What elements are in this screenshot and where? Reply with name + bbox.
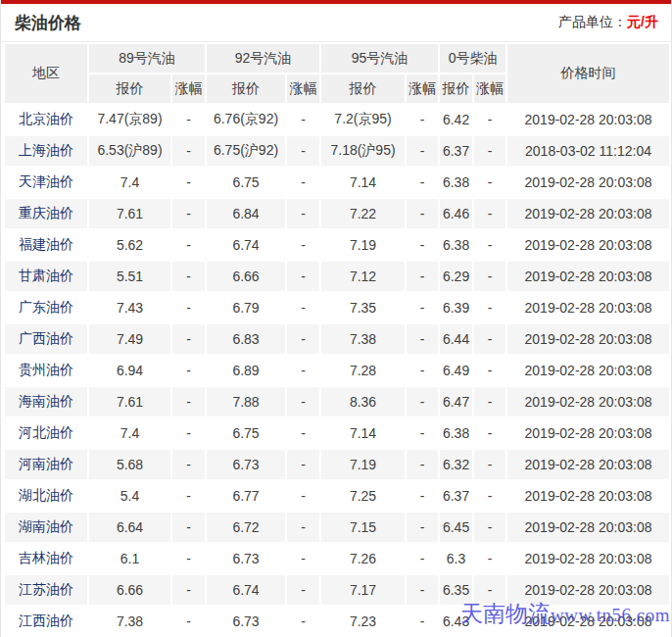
time-cell: 2019-02-28 20:03:08 (507, 105, 669, 134)
price-cell: 7.26 (321, 544, 405, 573)
price-cell: 7.22 (321, 199, 405, 228)
region-cell: 甘肃油价 (5, 262, 87, 291)
region-link[interactable]: 河北油价 (19, 424, 73, 440)
region-link[interactable]: 湖北油价 (19, 487, 73, 503)
table-row: 甘肃油价5.51-6.66-7.12-6.29-2019-02-28 20:03… (5, 262, 669, 291)
change-cell: - (474, 199, 505, 228)
price-cell: 5.51 (89, 262, 170, 291)
subheader-change-0: 涨幅 (474, 74, 505, 103)
change-cell: - (172, 481, 205, 511)
price-cell: 6.79 (207, 293, 285, 322)
change-cell: - (474, 293, 505, 322)
price-cell: 6.66 (89, 575, 170, 605)
time-cell: 2019-02-28 20:03:08 (507, 199, 669, 228)
change-cell: - (287, 575, 319, 605)
region-link[interactable]: 重庆油价 (19, 205, 73, 220)
time-cell: 2019-02-28 20:03:08 (507, 544, 669, 573)
region-cell: 天津油价 (5, 168, 87, 197)
price-cell: 7.61 (89, 199, 170, 228)
price-cell: 6.29 (440, 262, 472, 291)
table-header: 地区 89号汽油 92号汽油 95号汽油 0号柴油 价格时间 报价 涨幅 报价 … (5, 44, 669, 103)
region-link[interactable]: 河南油价 (19, 456, 73, 471)
region-link[interactable]: 天津油价 (19, 173, 73, 189)
change-cell: - (407, 418, 438, 448)
price-cell: 6.75 (207, 168, 285, 197)
change-cell: - (407, 387, 438, 416)
change-cell: - (474, 450, 505, 479)
region-link[interactable]: 广东油价 (19, 299, 73, 315)
change-cell: - (407, 230, 438, 260)
region-link[interactable]: 广西油价 (19, 330, 73, 346)
header-fuel-95: 95号汽油 (321, 44, 438, 73)
page-container: 柴油价格 产品单位：元/升 地区 89号汽油 92号汽油 95号汽油 0号柴油 … (0, 0, 672, 637)
change-cell: - (287, 293, 319, 322)
price-cell: 6.32 (440, 450, 472, 479)
price-cell: 5.62 (89, 230, 170, 260)
subheader-price-89: 报价 (89, 74, 170, 103)
change-cell: - (407, 293, 438, 322)
price-cell: 6.38 (440, 418, 472, 448)
subheader-price-0: 报价 (440, 74, 472, 103)
region-link[interactable]: 海南油价 (19, 393, 73, 409)
price-cell: 7.61 (89, 387, 170, 416)
change-cell: - (172, 418, 205, 448)
product-unit-value: 元/升 (627, 14, 658, 29)
region-cell: 北京油价 (5, 105, 87, 134)
change-cell: - (287, 544, 319, 573)
price-cell: 6.83 (207, 324, 285, 354)
change-cell: - (474, 418, 505, 448)
region-link[interactable]: 江苏油价 (19, 581, 73, 597)
price-cell: 7.38 (89, 607, 170, 636)
region-cell: 福建油价 (5, 230, 87, 260)
region-link[interactable]: 甘肃油价 (19, 268, 73, 283)
subheader-price-92: 报价 (207, 74, 285, 103)
region-link[interactable]: 湖南油价 (19, 518, 73, 534)
subheader-change-92: 涨幅 (287, 74, 319, 103)
price-cell: 6.94 (89, 356, 170, 385)
price-cell: 6.73 (207, 607, 285, 636)
price-cell: 7.15 (321, 513, 405, 542)
change-cell: - (407, 544, 438, 573)
change-cell: - (474, 324, 505, 354)
change-cell: - (172, 136, 205, 166)
change-cell: - (172, 293, 205, 322)
change-cell: - (172, 324, 205, 354)
table-row: 吉林油价6.1-6.73-7.26-6.3-2019-02-28 20:03:0… (5, 544, 669, 573)
price-cell: 7.18(沪95) (321, 136, 405, 166)
price-cell: 7.35 (321, 293, 405, 322)
region-link[interactable]: 贵州油价 (19, 362, 73, 377)
change-cell: - (474, 105, 505, 134)
change-cell: - (474, 544, 505, 573)
change-cell: - (287, 387, 319, 416)
header-fuel-0: 0号柴油 (440, 44, 505, 73)
table-row: 天津油价7.4-6.75-7.14-6.38-2019-02-28 20:03:… (5, 168, 669, 197)
change-cell: - (474, 356, 505, 385)
price-cell: 7.12 (321, 262, 405, 291)
price-cell: 5.68 (89, 450, 170, 479)
time-cell: 2019-02-28 20:03:08 (507, 575, 669, 605)
price-cell: 7.49 (89, 324, 170, 354)
table-row: 湖南油价6.64-6.72-7.15-6.45-2019-02-28 20:03… (5, 513, 669, 542)
change-cell: - (287, 136, 319, 166)
region-link[interactable]: 江西油价 (19, 612, 73, 628)
change-cell: - (407, 481, 438, 511)
region-link[interactable]: 上海油价 (19, 142, 73, 158)
table-row: 广西油价7.49-6.83-7.38-6.44-2019-02-28 20:03… (5, 324, 669, 354)
change-cell: - (172, 262, 205, 291)
time-cell: 2019-02-28 20:03:08 (507, 356, 669, 385)
subheader-change-95: 涨幅 (407, 74, 438, 103)
region-link[interactable]: 福建油价 (19, 236, 73, 252)
table-row: 河北油价7.4-6.75-7.14-6.38-2019-02-28 20:03:… (5, 418, 669, 448)
change-cell: - (172, 575, 205, 605)
price-cell: 7.88 (207, 387, 285, 416)
price-cell: 6.35 (440, 575, 472, 605)
region-link[interactable]: 北京油价 (19, 111, 73, 126)
header-fuel-89: 89号汽油 (89, 44, 205, 73)
price-cell: 6.84 (207, 199, 285, 228)
price-cell: 7.28 (321, 356, 405, 385)
table-row: 上海油价6.53(沪89)-6.75(沪92)-7.18(沪95)-6.37-2… (5, 136, 669, 166)
region-link[interactable]: 吉林油价 (19, 550, 73, 565)
price-cell: 6.53(沪89) (89, 136, 170, 166)
price-cell: 5.4 (89, 481, 170, 511)
change-cell: - (407, 168, 438, 197)
